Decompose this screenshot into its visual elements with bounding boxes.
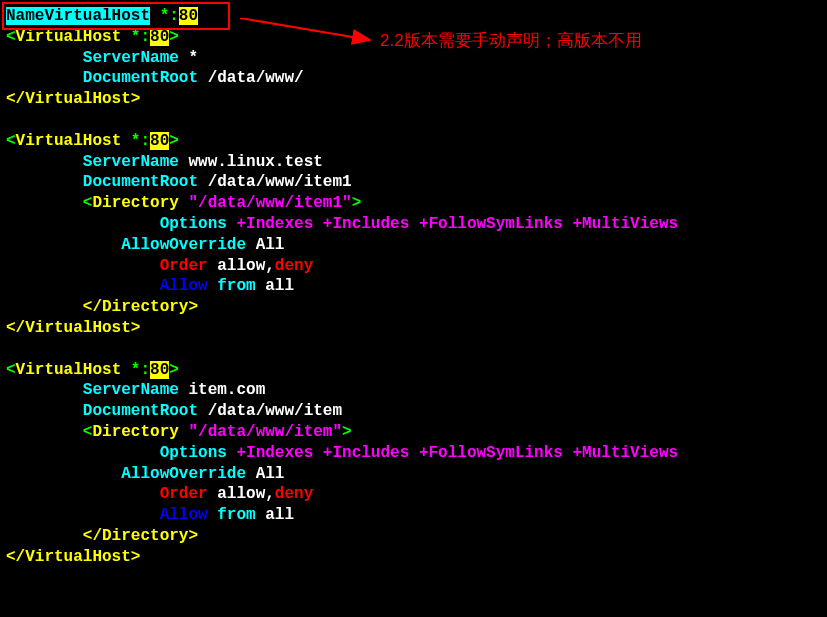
annotation-text: 2.2版本需要手动声明；高版本不用 bbox=[380, 30, 642, 52]
vhost2-dir-open: <Directory "/data/www/item1"> bbox=[6, 193, 821, 214]
close: </Directory> bbox=[6, 527, 198, 545]
port: 80 bbox=[150, 132, 169, 150]
val: +Indexes +Includes +FollowSymLinks +Mult… bbox=[227, 215, 678, 233]
vhost2-dir-close: </Directory> bbox=[6, 297, 821, 318]
tag: VirtualHost bbox=[16, 28, 122, 46]
val: * bbox=[179, 49, 198, 67]
port: 80 bbox=[179, 7, 198, 25]
vhost1-docroot: DocumentRoot /data/www/ bbox=[6, 68, 821, 89]
lt: < bbox=[6, 28, 16, 46]
label: AllowOverride bbox=[6, 465, 246, 483]
star-colon: *: bbox=[150, 7, 179, 25]
vhost2-open: <VirtualHost *:80> bbox=[6, 131, 821, 152]
vhost3-allow: Allow from all bbox=[6, 505, 821, 526]
vhost3-docroot: DocumentRoot /data/www/item bbox=[6, 401, 821, 422]
close: </VirtualHost> bbox=[6, 90, 140, 108]
tag: Directory bbox=[92, 194, 178, 212]
path: "/data/www/item1" bbox=[179, 194, 352, 212]
val: /data/www/item bbox=[198, 402, 342, 420]
label: DocumentRoot bbox=[6, 69, 198, 87]
port: 80 bbox=[150, 361, 169, 379]
label: AllowOverride bbox=[6, 236, 246, 254]
vhost3-allowoverride: AllowOverride All bbox=[6, 464, 821, 485]
vhost3-options: Options +Indexes +Includes +FollowSymLin… bbox=[6, 443, 821, 464]
gt: > bbox=[169, 28, 179, 46]
blank bbox=[6, 110, 821, 131]
vhost2-order: Order allow,deny bbox=[6, 256, 821, 277]
vhost2-allowoverride: AllowOverride All bbox=[6, 235, 821, 256]
tag: Directory bbox=[92, 423, 178, 441]
vhost2-allow: Allow from all bbox=[6, 276, 821, 297]
path: "/data/www/item" bbox=[179, 423, 342, 441]
lt: < bbox=[6, 361, 16, 379]
allow: allow, bbox=[208, 257, 275, 275]
deny: deny bbox=[275, 257, 313, 275]
val: /data/www/item1 bbox=[198, 173, 352, 191]
gt: > bbox=[169, 132, 179, 150]
label: Order bbox=[6, 257, 208, 275]
gt: > bbox=[169, 361, 179, 379]
vhost3-close: </VirtualHost> bbox=[6, 547, 821, 568]
star: *: bbox=[121, 361, 150, 379]
star: *: bbox=[121, 28, 150, 46]
val: All bbox=[246, 236, 284, 254]
vhost2-docroot: DocumentRoot /data/www/item1 bbox=[6, 172, 821, 193]
label: ServerName bbox=[6, 153, 179, 171]
val: item.com bbox=[179, 381, 265, 399]
label: Options bbox=[6, 444, 227, 462]
label: DocumentRoot bbox=[6, 402, 198, 420]
label: ServerName bbox=[6, 381, 179, 399]
deny: deny bbox=[275, 485, 313, 503]
close: </VirtualHost> bbox=[6, 319, 140, 337]
label: Order bbox=[6, 485, 208, 503]
all: all bbox=[256, 277, 294, 295]
directive: NameVirtualHost bbox=[6, 7, 150, 25]
vhost2-servername: ServerName www.linux.test bbox=[6, 152, 821, 173]
lt: < bbox=[6, 423, 92, 441]
vhost3-servername: ServerName item.com bbox=[6, 380, 821, 401]
label: Allow bbox=[6, 277, 208, 295]
all: all bbox=[256, 506, 294, 524]
blank bbox=[6, 339, 821, 360]
label: Options bbox=[6, 215, 227, 233]
val: +Indexes +Includes +FollowSymLinks +Mult… bbox=[227, 444, 678, 462]
namevirtualhost-line: NameVirtualHost *:80 bbox=[6, 6, 821, 27]
vhost3-open: <VirtualHost *:80> bbox=[6, 360, 821, 381]
lt: < bbox=[6, 194, 92, 212]
vhost3-order: Order allow,deny bbox=[6, 484, 821, 505]
vhost3-dir-close: </Directory> bbox=[6, 526, 821, 547]
from: from bbox=[208, 506, 256, 524]
close: </Directory> bbox=[6, 298, 198, 316]
from: from bbox=[208, 277, 256, 295]
tag: VirtualHost bbox=[16, 361, 122, 379]
vhost2-close: </VirtualHost> bbox=[6, 318, 821, 339]
lt: < bbox=[6, 132, 16, 150]
vhost2-options: Options +Indexes +Includes +FollowSymLin… bbox=[6, 214, 821, 235]
val: www.linux.test bbox=[179, 153, 323, 171]
allow: allow, bbox=[208, 485, 275, 503]
vhost3-dir-open: <Directory "/data/www/item"> bbox=[6, 422, 821, 443]
star: *: bbox=[121, 132, 150, 150]
code-block: NameVirtualHost *:80 <VirtualHost *:80> … bbox=[6, 6, 821, 568]
vhost1-close: </VirtualHost> bbox=[6, 89, 821, 110]
label: ServerName bbox=[6, 49, 179, 67]
close: </VirtualHost> bbox=[6, 548, 140, 566]
label: Allow bbox=[6, 506, 208, 524]
port: 80 bbox=[150, 28, 169, 46]
gt: > bbox=[342, 423, 352, 441]
val: /data/www/ bbox=[198, 69, 304, 87]
val: All bbox=[246, 465, 284, 483]
label: DocumentRoot bbox=[6, 173, 198, 191]
gt: > bbox=[352, 194, 362, 212]
tag: VirtualHost bbox=[16, 132, 122, 150]
